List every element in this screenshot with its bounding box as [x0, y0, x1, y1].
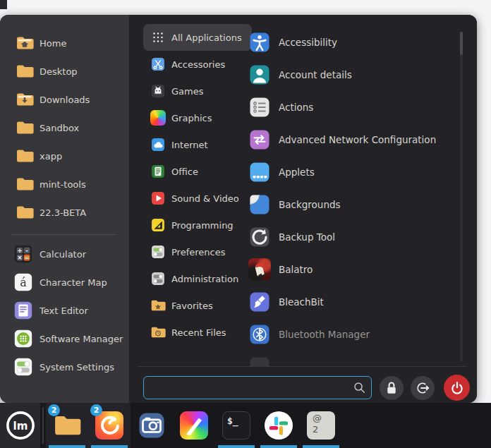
- sidebar-shortcut-system-settings[interactable]: System Settings: [0, 353, 129, 381]
- preferences-icon: [150, 244, 166, 260]
- category-label: Office: [171, 167, 198, 177]
- sound-video-icon: [150, 190, 166, 206]
- menu-sidebar: HomeDesktopDownloadsSandboxxappmint-tool…: [0, 15, 129, 403]
- power-button[interactable]: [444, 375, 470, 401]
- place-label: Home: [40, 38, 66, 49]
- menu-button[interactable]: lm: [0, 403, 40, 448]
- search-input[interactable]: [143, 376, 372, 399]
- folder-icon: [16, 203, 34, 222]
- place-label: Desktop: [40, 66, 78, 77]
- category-all-applications[interactable]: All Applications: [143, 24, 252, 51]
- scrollbar-thumb[interactable]: [460, 32, 463, 55]
- category-games[interactable]: Games: [143, 78, 213, 104]
- shortcut-label: System Settings: [40, 362, 114, 373]
- taskbar-panel: lm 22$_@2: [0, 403, 491, 448]
- sidebar-place-mint-tools[interactable]: mint-tools: [0, 170, 129, 198]
- sidebar-shortcut-character-map[interactable]: áCharacter Map: [0, 268, 129, 296]
- app-backup-tool[interactable]: Backup Tool: [248, 221, 444, 253]
- scrollbar-track[interactable]: [460, 32, 463, 362]
- svg-text:+: +: [17, 247, 22, 254]
- category-preferences[interactable]: Preferences: [143, 238, 235, 265]
- category-programming[interactable]: Programming: [143, 212, 243, 238]
- software-manager-icon: [13, 328, 34, 349]
- app-bleachbit[interactable]: BleachBit: [248, 286, 444, 318]
- lock-button[interactable]: [380, 376, 404, 400]
- text-editor-icon: [13, 300, 34, 321]
- logout-button[interactable]: [411, 376, 435, 400]
- app-advanced-network-configuration[interactable]: Advanced Network Configuration: [248, 123, 444, 156]
- app-bluetooth-manager[interactable]: Bluetooth Manager: [248, 318, 444, 351]
- sidebar-place-22-3-beta[interactable]: 22.3-BETA: [0, 198, 129, 226]
- taskbar-terminal[interactable]: $_: [215, 403, 257, 448]
- place-label: Downloads: [40, 95, 90, 105]
- taskbar-drawing-app[interactable]: [173, 403, 215, 448]
- category-label: Accessories: [171, 59, 225, 70]
- actions-icon: [248, 96, 271, 119]
- power-icon: [448, 379, 466, 397]
- category-internet[interactable]: Internet: [143, 131, 218, 158]
- accessories-icon: [150, 56, 166, 72]
- category-label: Recent Files: [171, 327, 226, 338]
- sidebar-shortcut-calculator[interactable]: + - × =Calculator: [0, 240, 129, 268]
- app-label: Bluetooth Manager: [279, 329, 370, 340]
- app-label: Advanced Network Configuration: [279, 134, 436, 145]
- shortcut-label: Text Editor: [40, 305, 88, 316]
- accessibility-icon: [248, 31, 271, 54]
- app-account-details[interactable]: Account details: [248, 59, 444, 91]
- taskbar-file-manager[interactable]: 2: [46, 403, 88, 448]
- category-label: Sound & Video: [171, 193, 239, 204]
- menu-main-area: All ApplicationsAccessoriesGamesGraphics…: [129, 15, 477, 403]
- graphics-icon: [150, 110, 166, 126]
- backup-tool-icon: [248, 226, 271, 248]
- camera-icon: [138, 411, 166, 440]
- folder-icon: [16, 62, 34, 80]
- app-label: Balatro: [279, 264, 313, 275]
- folder-icon: [16, 175, 34, 193]
- app-accessibility[interactable]: Accessibility: [248, 26, 444, 59]
- sidebar-place-desktop[interactable]: Desktop: [0, 57, 129, 85]
- category-graphics[interactable]: Graphics: [143, 104, 222, 131]
- notification-badge: 2: [90, 404, 102, 416]
- shortcut-label: Calculator: [40, 249, 86, 260]
- sidebar-shortcut-software-manager[interactable]: Software Manager: [0, 325, 129, 353]
- taskbar-firefox[interactable]: 2: [88, 403, 131, 448]
- mint-logo-icon: lm: [5, 410, 36, 441]
- category-favorites[interactable]: Favorites: [143, 292, 223, 319]
- category-label: All Applications: [171, 32, 242, 43]
- slack-icon: [265, 411, 293, 440]
- category-list: All ApplicationsAccessoriesGamesGraphics…: [143, 24, 252, 346]
- app-actions[interactable]: Actions: [248, 91, 444, 123]
- search-separator: [138, 366, 467, 367]
- bleachbit-icon: [248, 291, 271, 313]
- place-label: xapp: [40, 151, 62, 162]
- category-label: Internet: [171, 140, 208, 150]
- sidebar-place-home[interactable]: Home: [0, 29, 129, 57]
- taskbar-mail-client[interactable]: @2: [300, 403, 342, 448]
- category-sound-video[interactable]: Sound & Video: [143, 185, 249, 212]
- app-applets[interactable]: Applets: [248, 156, 444, 188]
- taskbar-screenshot-tool[interactable]: [131, 403, 173, 448]
- category-label: Favorites: [171, 301, 213, 311]
- category-administration[interactable]: Administration: [143, 265, 248, 292]
- sidebar-place-sandbox[interactable]: Sandbox: [0, 114, 129, 142]
- partial-app-icon: [248, 356, 271, 366]
- folder-icon: [16, 147, 34, 165]
- category-recent-files[interactable]: Recent Files: [143, 319, 236, 346]
- app-cut-off[interactable]: [248, 351, 444, 366]
- sidebar-place-downloads[interactable]: Downloads: [0, 85, 129, 114]
- folder-icon: [16, 119, 34, 137]
- category-office[interactable]: Office: [143, 158, 208, 185]
- category-label: Programming: [171, 220, 234, 231]
- office-icon: [150, 164, 166, 179]
- sidebar-place-xapp[interactable]: xapp: [0, 142, 129, 170]
- app-balatro[interactable]: Balatro: [248, 253, 444, 286]
- category-accessories[interactable]: Accessories: [143, 51, 235, 78]
- terminal-icon: $_: [222, 411, 250, 440]
- sidebar-shortcut-text-editor[interactable]: Text Editor: [0, 296, 129, 325]
- games-icon: [150, 83, 166, 99]
- app-backgrounds[interactable]: Backgrounds: [248, 188, 444, 221]
- search-box: [143, 376, 372, 399]
- app-label: Actions: [279, 102, 313, 113]
- taskbar-slack[interactable]: [257, 403, 300, 448]
- paint-icon: [180, 411, 208, 440]
